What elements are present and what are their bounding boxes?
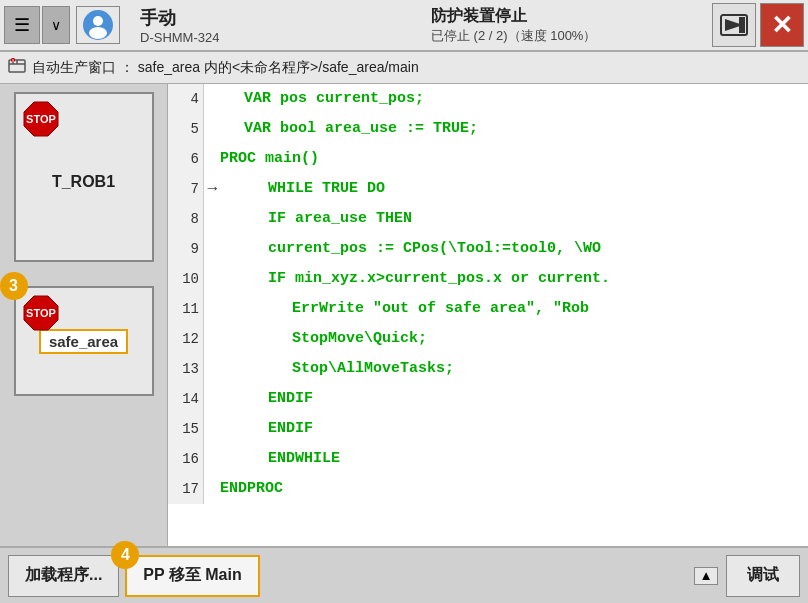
code-line-14: 14 ENDIF [168,384,808,414]
svg-text:S: S [12,58,14,62]
mode-label: 手动 [140,6,411,30]
header: ☰ ∨ 手动 D-SHMM-324 防护装置停止 已停止 (2 / 2)（速度 … [0,0,808,52]
svg-text:STOP: STOP [26,307,56,319]
code-text-6: PROC main() [204,144,319,174]
code-line-9: 9 current_pos := CPos(\Tool:=tool0, \WO [168,234,808,264]
module-box: STOP safe_area [14,286,154,396]
svg-rect-4 [739,17,745,33]
robot-label: T_ROB1 [52,173,115,191]
code-text-14: ENDIF [204,384,313,414]
user-avatar [83,10,113,40]
pp-main-label: PP 移至 Main [143,565,241,586]
line-num-13: 13 [168,354,204,384]
code-text-7: WHILE TRUE DO [204,174,385,204]
status-detail: 已停止 (2 / 2)（速度 100%） [431,27,596,45]
user-info-button[interactable] [76,6,120,44]
header-action-buttons: ✕ [712,3,804,47]
code-line-15: 15 ENDIF [168,414,808,444]
chevron-down-icon: ∨ [51,17,61,33]
close-icon: ✕ [771,10,793,41]
code-text-4: VAR pos current_pos; [204,84,424,114]
line-num-16: 16 [168,444,204,474]
scroll-arrows: ▲ [694,567,718,585]
code-line-17: 17 ENDPROC [168,474,808,504]
header-left-controls: ☰ ∨ [4,6,120,44]
code-line-5: 5 VAR bool area_use := TRUE; [168,114,808,144]
code-line-8: 8 IF area_use THEN [168,204,808,234]
status-title: 防护装置停止 [431,6,527,27]
robot-section: STOP T_ROB1 [14,92,154,262]
execution-arrow: → [207,174,217,204]
code-text-10: IF min_xyz.x>current_pos.x or current. [204,264,610,294]
line-num-14: 14 [168,384,204,414]
code-text-5: VAR bool area_use := TRUE; [204,114,478,144]
left-panel: STOP T_ROB1 3 STOP safe_area [0,84,168,546]
unknown-icon-button[interactable] [712,3,756,47]
scroll-up-button[interactable]: ▲ [694,567,718,585]
pp-btn-wrapper: 4 PP 移至 Main [125,555,265,597]
badge-4: 4 [111,541,139,569]
line-num-12: 12 [168,324,204,354]
svg-point-0 [93,16,103,26]
code-text-12: StopMove\Quick; [204,324,427,354]
device-label: D-SHMM-324 [140,30,411,45]
pp-main-button[interactable]: PP 移至 Main [125,555,259,597]
hamburger-button[interactable]: ☰ [4,6,40,44]
breadcrumb: S 自动生产窗口 ： safe_area 内的<未命名程序>/safe_area… [0,52,808,84]
bottom-toolbar: 加载程序... 4 PP 移至 Main ▲ 调试 [0,546,808,603]
chevron-button[interactable]: ∨ [42,6,70,44]
line-num-5: 5 [168,114,204,144]
stop-sign-module: STOP [22,294,60,336]
code-line-11: 11 ErrWrite "out of safe area", "Rob [168,294,808,324]
code-text-13: Stop\AllMoveTasks; [204,354,454,384]
code-text-16: ENDWHILE [204,444,340,474]
line-num-7: 7 → [168,174,204,204]
line-num-4: 4 [168,84,204,114]
stop-sign-top: STOP [22,100,62,140]
line-num-6: 6 [168,144,204,174]
svg-text:STOP: STOP [26,113,56,125]
line-num-10: 10 [168,264,204,294]
code-line-4: 4 VAR pos current_pos; [168,84,808,114]
breadcrumb-icon: S [8,57,26,79]
line-num-9: 9 [168,234,204,264]
debug-button[interactable]: 调试 [726,555,800,597]
code-line-16: 16 ENDWHILE [168,444,808,474]
code-editor: 4 VAR pos current_pos; 5 VAR bool area_u… [168,84,808,546]
line-num-15: 15 [168,414,204,444]
breadcrumb-text: 自动生产窗口 ： safe_area 内的<未命名程序>/safe_area/m… [32,59,419,77]
code-line-10: 10 IF min_xyz.x>current_pos.x or current… [168,264,808,294]
svg-point-1 [89,27,107,39]
badge-3: 3 [0,272,28,300]
line-num-17: 17 [168,474,204,504]
header-status: 防护装置停止 已停止 (2 / 2)（速度 100%） [411,6,702,45]
line-num-8: 8 [168,204,204,234]
code-line-6: 6 PROC main() [168,144,808,174]
robot-box: STOP T_ROB1 [14,92,154,262]
code-text-17: ENDPROC [204,474,283,504]
header-mode-info: 手动 D-SHMM-324 [130,6,411,45]
code-text-15: ENDIF [204,414,313,444]
line-num-11: 11 [168,294,204,324]
code-line-13: 13 Stop\AllMoveTasks; [168,354,808,384]
code-line-12: 12 StopMove\Quick; [168,324,808,354]
close-button[interactable]: ✕ [760,3,804,47]
code-text-9: current_pos := CPos(\Tool:=tool0, \WO [204,234,601,264]
main-content: STOP T_ROB1 3 STOP safe_area [0,84,808,546]
code-line-7: 7 → WHILE TRUE DO [168,174,808,204]
load-program-button[interactable]: 加载程序... [8,555,119,597]
code-text-11: ErrWrite "out of safe area", "Rob [204,294,589,324]
module-section: 3 STOP safe_area [14,286,154,396]
hamburger-icon: ☰ [14,14,30,36]
code-text-8: IF area_use THEN [204,204,412,234]
